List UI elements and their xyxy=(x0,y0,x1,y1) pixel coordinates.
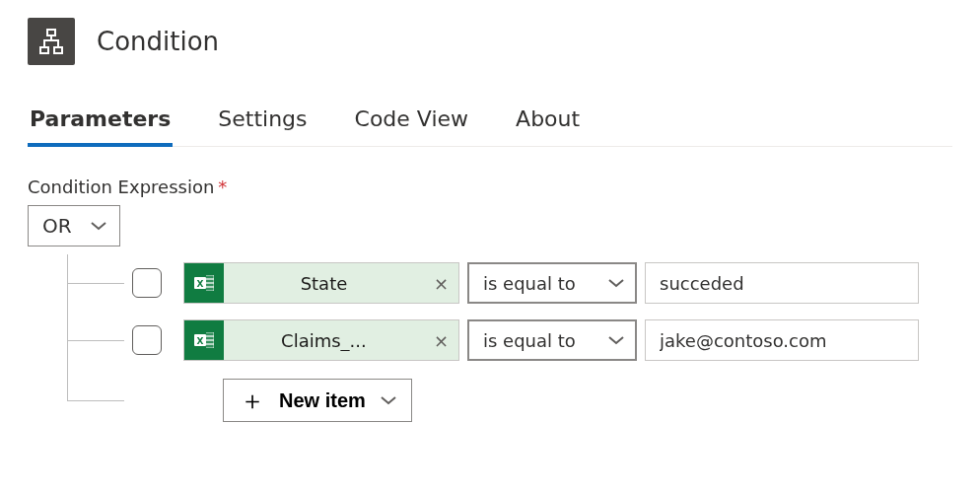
value-input[interactable] xyxy=(645,319,919,361)
chevron-down-icon xyxy=(607,334,625,346)
new-item-row: ＋ New item xyxy=(28,379,952,422)
row-checkbox[interactable] xyxy=(132,325,162,355)
token-label: State xyxy=(224,273,424,294)
tab-bar: Parameters Settings Code View About xyxy=(28,106,952,147)
value-input[interactable] xyxy=(645,262,919,304)
plus-icon: ＋ xyxy=(240,387,265,413)
new-item-button[interactable]: ＋ New item xyxy=(223,379,412,422)
operator-value: is equal to xyxy=(483,330,576,351)
excel-icon: X xyxy=(184,320,224,360)
section-label-text: Condition Expression xyxy=(28,176,214,197)
row-checkbox[interactable] xyxy=(132,268,162,298)
condition-row: X Claims_... × is equal to xyxy=(28,319,952,361)
dynamic-token: X Claims_... × xyxy=(184,320,458,360)
tab-about[interactable]: About xyxy=(514,106,582,146)
svg-text:X: X xyxy=(197,336,204,346)
tree-connector xyxy=(28,380,124,421)
tree-connector xyxy=(28,319,124,361)
token-remove-icon[interactable]: × xyxy=(424,330,458,351)
chevron-down-icon xyxy=(380,394,397,406)
logic-operator-select[interactable]: OR xyxy=(28,205,120,246)
svg-text:X: X xyxy=(197,279,204,289)
tab-code-view[interactable]: Code View xyxy=(353,106,471,146)
chevron-down-icon xyxy=(607,277,625,289)
card-header: Condition xyxy=(28,18,952,65)
operator-select[interactable]: is equal to xyxy=(467,262,637,304)
token-label: Claims_... xyxy=(224,330,424,351)
tab-settings[interactable]: Settings xyxy=(216,106,309,146)
new-item-label: New item xyxy=(279,389,366,412)
operator-select[interactable]: is equal to xyxy=(467,319,637,361)
operator-value: is equal to xyxy=(483,273,576,294)
section-label: Condition Expression * xyxy=(28,176,952,197)
card-title: Condition xyxy=(97,27,219,56)
tree-connector xyxy=(28,262,124,304)
chevron-down-icon xyxy=(90,220,107,232)
required-indicator: * xyxy=(218,176,227,197)
condition-icon xyxy=(28,18,75,65)
logic-operator-value: OR xyxy=(42,214,72,238)
condition-row: X State × is equal to xyxy=(28,262,952,304)
condition-tree: X State × is equal to xyxy=(28,262,952,422)
left-operand-field[interactable]: X Claims_... × xyxy=(183,319,459,361)
svg-rect-1 xyxy=(40,47,48,53)
tab-parameters[interactable]: Parameters xyxy=(28,106,173,147)
svg-rect-0 xyxy=(47,30,55,35)
excel-icon: X xyxy=(184,263,224,303)
dynamic-token: X State × xyxy=(184,263,458,303)
token-remove-icon[interactable]: × xyxy=(424,273,458,294)
svg-rect-2 xyxy=(54,47,62,53)
left-operand-field[interactable]: X State × xyxy=(183,262,459,304)
